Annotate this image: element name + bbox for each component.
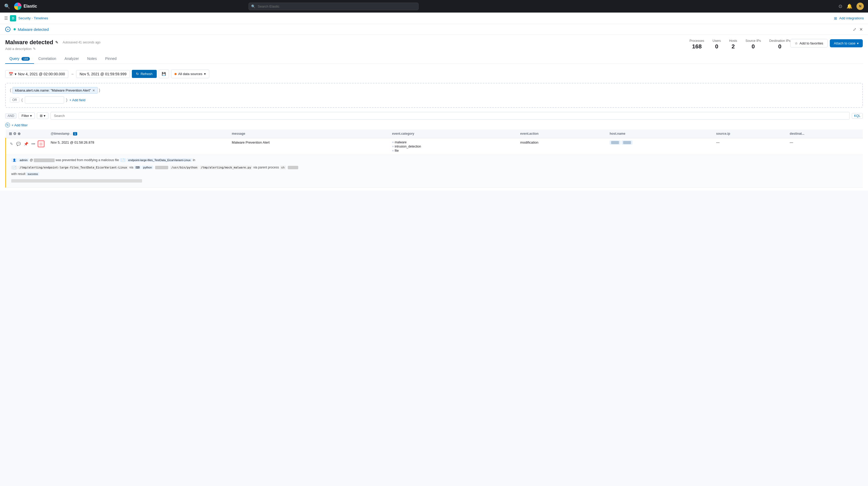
action-text: was prevented from modifying a malicious… (56, 158, 119, 162)
row-comment-button[interactable]: 💬 (16, 141, 22, 147)
row-hostname-cell: ⠀⠀⠀ ⠀⠀⠀ (607, 138, 713, 155)
sidebar-toggle[interactable]: ☰ (4, 16, 8, 21)
empty-field-input[interactable] (25, 96, 64, 103)
close-paren2: ) (66, 98, 67, 102)
mock-path: /tmp/alerting/mock_malware.py (199, 165, 252, 170)
destination-ips-stat: Destination IPs 0 (769, 39, 790, 50)
table-gear-icon[interactable]: ⚙ (13, 131, 17, 136)
exp-line3: with result success (11, 171, 858, 177)
filter-options-icon: ⊞ (40, 114, 43, 118)
filter-options-button[interactable]: ⊞ ▾ (37, 113, 49, 119)
host-chip1[interactable]: ⠀⠀⠀ (610, 141, 621, 145)
tab-query-label: Query (9, 57, 19, 61)
help-icon[interactable]: ⊙ (838, 3, 842, 9)
search-input[interactable] (249, 3, 418, 10)
hamburger-icon[interactable]: 🔍 (4, 3, 10, 9)
integrations-icon: ⊞ (834, 16, 837, 21)
workspace-icon[interactable]: D (10, 15, 16, 22)
tab-pinned[interactable]: Pinned (101, 54, 121, 64)
autosaved-text: Autosaved 41 seconds ago (63, 40, 100, 44)
col-header-message[interactable]: message (229, 129, 389, 138)
save-icon: 💾 (162, 72, 166, 76)
event-action-label: event.action (520, 132, 539, 135)
close-paren: ) (99, 88, 100, 92)
tab-query-badge: 169 (22, 57, 30, 61)
add-timeline-button[interactable]: + (5, 27, 10, 32)
filter-dropdown-button[interactable]: Filter ▾ (19, 113, 35, 119)
top-nav: 🔍 Elastic 🔍 ⊙ 🔔 N (0, 0, 868, 12)
description-row[interactable]: Add a description ✎ (5, 47, 679, 51)
breadcrumb-timelines[interactable]: Timelines (34, 16, 48, 20)
close-icon[interactable]: ✕ (859, 27, 863, 32)
breadcrumb-security[interactable]: Security (18, 16, 31, 20)
table-container: ⊞ ⚙ ⊕ @timestamp ↓ 1 message (5, 129, 863, 187)
row-event-category-cell: malware intrusion_detection file (389, 138, 517, 155)
datasource-chevron-icon: ▾ (204, 72, 206, 76)
hosts-label: Hosts (729, 39, 737, 43)
cat-dot2 (392, 146, 394, 147)
edit-title-icon[interactable]: ✎ (55, 40, 58, 44)
tab-analyzer-label: Analyzer (65, 57, 79, 61)
kql-mode-badge[interactable]: KQL (852, 113, 863, 119)
tab-pinned-label: Pinned (105, 57, 117, 61)
host-chip2[interactable]: ⠀⠀⠀ (622, 141, 632, 145)
tab-analyzer[interactable]: Analyzer (60, 54, 83, 64)
col-header-event-action[interactable]: event.action (517, 129, 607, 138)
analyze-event-button[interactable]: ⊙ (38, 141, 44, 147)
table-extra-icon[interactable]: ⊕ (18, 131, 21, 136)
admin-icon: 👤 (11, 158, 18, 162)
edit-description-icon[interactable]: ✎ (33, 47, 36, 51)
row-pin-button[interactable]: 📌 (23, 141, 29, 147)
user-avatar[interactable]: N (857, 3, 864, 10)
col-header-destination[interactable]: destinat... (787, 129, 863, 138)
add-filter-icon[interactable]: ↻ (5, 123, 10, 127)
filter-search-input[interactable] (51, 112, 850, 120)
date-from: Nov 4, 2021 @ 02:00:00.000 (18, 72, 65, 76)
hostname-blurred: ⠀⠀⠀⠀⠀ (34, 158, 55, 162)
tabs-row: Query 169 Correlation Analyzer Notes Pin… (5, 54, 863, 64)
row-expand-button[interactable]: ✎ (9, 141, 14, 147)
attach-to-case-button[interactable]: Attach to case ▾ (830, 39, 863, 47)
add-integrations-button[interactable]: ⊞ Add integrations (834, 16, 864, 21)
source-ip-label: source.ip (716, 132, 730, 135)
row-more-button[interactable]: ••• (31, 141, 36, 147)
table-settings-icon[interactable]: ⊞ (9, 131, 12, 136)
refresh-button[interactable]: ↻ Refresh (132, 70, 157, 78)
row-source-ip: — (716, 141, 720, 144)
kql-tag-text: kibana.alert.rule.name: "Malware Prevent… (15, 88, 91, 92)
col-header-timestamp[interactable]: @timestamp ↓ 1 (48, 129, 229, 138)
add-to-favorites-button[interactable]: ☆ Add to favorites (790, 39, 828, 48)
kql-tag-close[interactable]: ✕ (92, 89, 95, 92)
datasource-button[interactable]: All data sources ▾ (171, 69, 209, 78)
date-from-picker[interactable]: 📅 ▾ Nov 4, 2021 @ 02:00:00.000 (5, 70, 68, 78)
tab-notes[interactable]: Notes (83, 54, 101, 64)
elastic-logo-icon (14, 3, 22, 10)
expand-icon[interactable]: ⤢ (853, 27, 856, 32)
destination-ips-label: Destination IPs (769, 39, 790, 43)
timeline-title: Malware detected (5, 39, 53, 46)
date-to: Nov 5, 2021 @ 01:59:59.999 (80, 72, 126, 76)
tab-correlation-label: Correlation (38, 57, 56, 61)
filter-label: Filter (22, 114, 29, 118)
blurred-middle: ⠀⠀⠀ (155, 166, 168, 169)
timeline-header-bar: + Malware detected ⤢ ✕ (0, 24, 868, 35)
tab-correlation[interactable]: Correlation (34, 54, 60, 64)
tab-query[interactable]: Query 169 (5, 54, 34, 64)
processes-label: Processes (690, 39, 704, 43)
timeline-name-header[interactable]: Malware detected (13, 27, 49, 32)
row-event-action-cell: modification (517, 138, 607, 155)
date-to-picker[interactable]: Nov 5, 2021 @ 01:59:59.999 (76, 70, 130, 78)
cat-malware-text: malware (395, 141, 406, 144)
add-field-button[interactable]: + Add field (69, 98, 85, 102)
tab-notes-label: Notes (87, 57, 97, 61)
notifications-icon[interactable]: 🔔 (846, 3, 852, 9)
col-header-source-ip[interactable]: source.ip (713, 129, 787, 138)
col-header-event-category[interactable]: event.category (389, 129, 517, 138)
add-filter-button[interactable]: + Add filter (11, 123, 28, 127)
kql-tag[interactable]: kibana.alert.rule.name: "Malware Prevent… (12, 87, 98, 94)
destination-label: destinat... (790, 132, 804, 135)
source-ips-label: Source IPs (746, 39, 761, 43)
col-header-hostname[interactable]: host.name (607, 129, 713, 138)
save-query-button[interactable]: 💾 (159, 69, 169, 78)
action-buttons: ☆ Add to favorites Attach to case ▾ (790, 39, 863, 48)
